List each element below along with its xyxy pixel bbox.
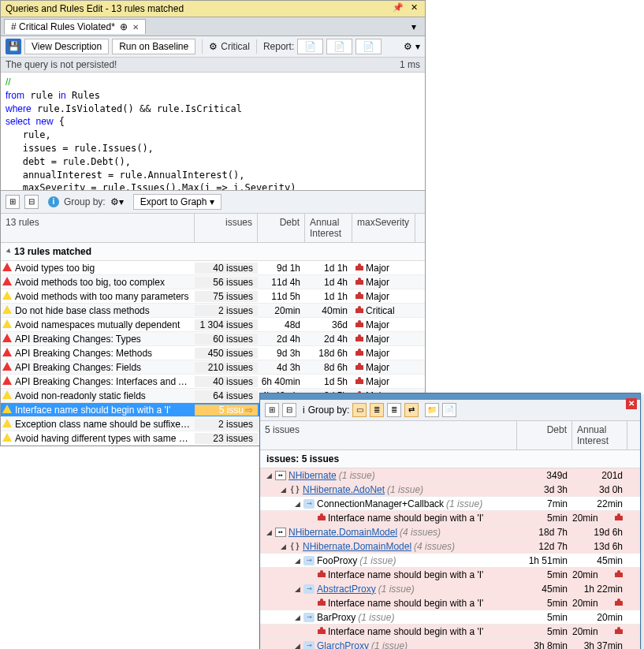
- rule-row[interactable]: API Breaking Changes: Interfaces and Abs…: [1, 375, 425, 389]
- col-severity[interactable]: maxSeverity: [352, 214, 415, 242]
- issues-cell: 40 issues: [195, 263, 258, 274]
- item-label: Interface name should begin with a 'I': [328, 598, 483, 609]
- float-header: 5 issues Debt Annual Interest: [260, 421, 640, 450]
- item-link[interactable]: NHibernate.AdoNet: [303, 484, 385, 495]
- col-issues[interactable]: issues: [195, 214, 258, 242]
- rule-row[interactable]: API Breaking Changes: Types60 issues2d 4…: [1, 332, 425, 346]
- report-btn-3[interactable]: 📄: [356, 39, 382, 54]
- save-icon[interactable]: 💾: [6, 39, 21, 54]
- dropdown-icon[interactable]: ▾: [415, 41, 420, 52]
- col-debt[interactable]: Debt: [258, 214, 305, 242]
- tree-row[interactable]: Interface name should begin with a 'I'5m…: [260, 596, 640, 610]
- run-baseline-button[interactable]: Run on Baseline: [112, 39, 195, 54]
- close-tab-icon[interactable]: ✕: [132, 23, 139, 32]
- float-folder-icon[interactable]: 📁: [425, 403, 439, 417]
- tab-critical-rules[interactable]: # Critical Rules Violated* ⊕ ✕: [4, 19, 146, 34]
- type-icon: ⊸: [303, 499, 315, 509]
- float-group-header[interactable]: issues: 5 issues: [260, 450, 640, 468]
- grid-group-header[interactable]: 13 rules matched: [1, 243, 425, 261]
- tree-row[interactable]: ◢⊸ BarProxy (1 issue)5min20min: [260, 610, 640, 625]
- rule-name-cell: API Breaking Changes: Fields: [1, 361, 195, 374]
- expand-icon[interactable]: ◢: [293, 585, 301, 593]
- float-group-btn3[interactable]: ≣: [387, 403, 401, 417]
- expand-icon[interactable]: ◢: [293, 642, 301, 650]
- severity-icon: [615, 516, 623, 520]
- item-link[interactable]: NHibernate: [288, 470, 337, 481]
- float-collapse-icon[interactable]: ⊟: [282, 403, 296, 417]
- tree-annual-cell: 20min: [572, 626, 627, 637]
- float-doc-icon[interactable]: 📄: [442, 403, 456, 417]
- float-expand-icon[interactable]: ⊞: [265, 403, 279, 417]
- grid-toolbar: ⊞ ⊟ i Group by: ⚙▾ Export to Graph ▾: [1, 191, 425, 214]
- warning-icon: [2, 362, 12, 371]
- rule-row[interactable]: API Breaking Changes: Methods450 issues9…: [1, 346, 425, 360]
- tree-debt-cell: 5min: [517, 569, 572, 580]
- issues-cell: 2 issues: [195, 419, 258, 430]
- float-col-annual[interactable]: Annual Interest: [572, 421, 627, 449]
- tab-overflow-icon[interactable]: ▾: [406, 21, 422, 32]
- report-btn-1[interactable]: 📄: [297, 39, 323, 54]
- report-btn-2[interactable]: 📄: [326, 39, 352, 54]
- expand-icon[interactable]: ◢: [293, 614, 301, 621]
- rule-row[interactable]: Avoid methods with too many parameters75…: [1, 289, 425, 304]
- tree-row[interactable]: ◢⊸ FooProxy (1 issue)1h 51min45min: [260, 554, 640, 568]
- issue-count: (4 issues): [400, 527, 441, 538]
- tree-row[interactable]: Interface name should begin with a 'I'5m…: [260, 625, 640, 639]
- rule-name-cell: Avoid non-readonly static fields: [1, 390, 195, 402]
- gear-icon[interactable]: ⚙: [209, 41, 218, 52]
- severity-icon: [318, 516, 326, 520]
- expand-icon[interactable]: ◢: [279, 486, 287, 494]
- item-link[interactable]: GlarchProxy: [317, 640, 369, 650]
- rule-name-cell: API Breaking Changes: Methods: [1, 347, 195, 360]
- float-col-debt[interactable]: Debt: [517, 421, 572, 449]
- item-link[interactable]: NHibernate.DomainModel: [288, 527, 397, 538]
- rule-row[interactable]: Avoid namespaces mutually dependent1 304…: [1, 318, 425, 332]
- float-close-icon[interactable]: ✕: [626, 398, 637, 409]
- expand-all-icon[interactable]: ⊞: [6, 195, 20, 209]
- view-description-button[interactable]: View Description: [24, 39, 109, 54]
- tree-name-cell: Interface name should begin with a 'I': [260, 513, 517, 524]
- expand-icon[interactable]: ◢: [293, 500, 301, 508]
- debt-cell: 2d 4h: [258, 334, 305, 345]
- item-link[interactable]: NHibernate.DomainModel: [303, 541, 411, 552]
- group-by-label: Group by:: [64, 196, 106, 207]
- col-rules[interactable]: 13 rules: [1, 214, 195, 242]
- annual-cell: 8d 6h: [305, 362, 352, 373]
- rule-row[interactable]: Do not hide base class methods2 issues20…: [1, 304, 425, 318]
- expand-icon[interactable]: ◢: [293, 557, 301, 565]
- tree-name-cell: ◢▪▪ NHibernate.DomainModel (4 issues): [260, 527, 517, 538]
- expand-icon[interactable]: ◢: [279, 543, 287, 550]
- rule-row[interactable]: Avoid types too big40 issues9d 1h1d 1hMa…: [1, 261, 425, 275]
- col-annual[interactable]: Annual Interest: [305, 214, 352, 242]
- code-editor[interactable]: // from rule in Rules where rule.IsViola…: [1, 73, 425, 191]
- expand-icon[interactable]: ◢: [265, 472, 273, 479]
- tree-row[interactable]: Interface name should begin with a 'I'5m…: [260, 511, 640, 525]
- group-gear-icon[interactable]: ⚙▾: [110, 196, 124, 207]
- export-graph-button[interactable]: Export to Graph ▾: [133, 194, 221, 210]
- pin-icon[interactable]: 📌: [392, 2, 404, 15]
- rule-row[interactable]: API Breaking Changes: Fields210 issues4d…: [1, 360, 425, 375]
- float-group-btn1[interactable]: ▭: [352, 403, 367, 417]
- pin-tab-icon[interactable]: ⊕: [120, 21, 128, 32]
- collapse-all-icon[interactable]: ⊟: [24, 195, 39, 209]
- close-icon[interactable]: ✕: [408, 2, 420, 15]
- tree-row[interactable]: ◢⊸ ConnectionManager+Callback (1 issue)7…: [260, 497, 640, 511]
- severity-icon: [615, 573, 623, 577]
- tree-row[interactable]: ◢{ } NHibernate.AdoNet (1 issue)3d 3h3d …: [260, 483, 640, 497]
- float-titlebar[interactable]: [260, 394, 640, 400]
- float-group-btn4[interactable]: ⇄: [404, 403, 419, 417]
- float-group-btn2[interactable]: ≣: [370, 403, 384, 417]
- expand-icon[interactable]: ◢: [265, 528, 273, 536]
- float-col-name[interactable]: 5 issues: [260, 421, 517, 449]
- tree-row[interactable]: ◢{ } NHibernate.DomainModel (4 issues)12…: [260, 539, 640, 554]
- tree-row[interactable]: Interface name should begin with a 'I'5m…: [260, 568, 640, 582]
- tree-debt-cell: 5min: [517, 626, 572, 637]
- tree-row[interactable]: ◢▪▪ NHibernate (1 issue)349d201d: [260, 468, 640, 483]
- tree-row[interactable]: ◢⊸ AbstractProxy (1 issue)45min1h 22min: [260, 582, 640, 596]
- item-link[interactable]: AbstractProxy: [317, 584, 376, 595]
- tree-row[interactable]: ◢⊸ GlarchProxy (1 issue)3h 8min3h 37min: [260, 639, 640, 649]
- settings-icon[interactable]: ⚙: [404, 41, 412, 52]
- issues-cell: 40 issues: [195, 376, 258, 387]
- rule-row[interactable]: Avoid methods too big, too complex56 iss…: [1, 275, 425, 289]
- tree-row[interactable]: ◢▪▪ NHibernate.DomainModel (4 issues)18d…: [260, 525, 640, 539]
